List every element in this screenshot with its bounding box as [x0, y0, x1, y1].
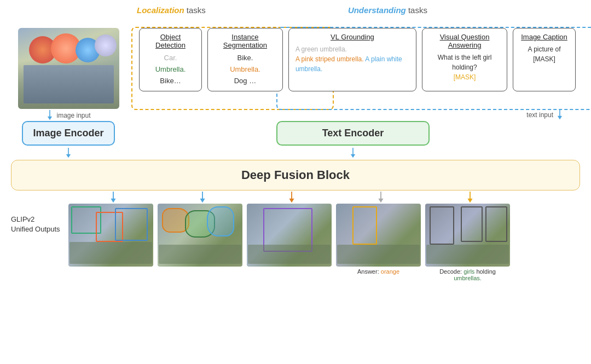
svg-marker-7 [351, 154, 355, 158]
svg-marker-13 [289, 199, 294, 203]
visual-qa-content: What is the left girl holding? [MASK] [429, 53, 500, 82]
image-caption-content: A picture of [MASK] [520, 44, 569, 64]
output-image-1 [68, 204, 153, 281]
svg-marker-9 [111, 199, 115, 203]
svg-marker-5 [66, 154, 71, 158]
localization-label: Localization tasks [137, 5, 206, 15]
vl-grounding-box: VL Grounding A green umbrella. A pink st… [288, 28, 416, 91]
vl-grounding-content: A green umbrella. A pink striped umbrell… [296, 44, 409, 74]
object-detection-box: Object Detection Car. Umbrella. Bike… [139, 28, 202, 91]
main-container: Localization tasks Understanding tasks [0, 0, 591, 364]
image-input-label: image input [56, 112, 90, 119]
output-image-4: Answer: orange [336, 204, 421, 281]
visual-qa-box: Visual Question Answering What is the le… [422, 28, 507, 91]
svg-marker-17 [467, 199, 472, 203]
vl-grounding-title: VL Grounding [296, 33, 409, 41]
instance-segmentation-box: Instance Segmentation Bike. Umbrella. Do… [207, 28, 283, 91]
text-input-arrow [556, 109, 564, 120]
object-detection-content: Car. Umbrella. Bike… [146, 53, 195, 86]
outputs-label: GLIPv2 Unified Outputs [11, 204, 68, 234]
source-image [18, 28, 119, 109]
svg-marker-15 [378, 199, 383, 203]
svg-marker-3 [558, 116, 562, 120]
text-input-label: text input [526, 111, 553, 119]
output-answer-caption: Answer: orange [357, 268, 399, 275]
visual-qa-title: Visual Question Answering [429, 33, 500, 49]
understanding-label: Understanding tasks [348, 5, 427, 15]
text-encoder-down-arrow [349, 148, 357, 159]
svg-marker-1 [48, 117, 52, 120]
image-caption-title: Image Caption [520, 33, 569, 41]
image-encoder-down-arrow [65, 148, 72, 159]
fusion-block: Deep Fusion Block [11, 160, 580, 190]
output-image-2 [158, 204, 242, 281]
output-arrow-2 [199, 192, 206, 204]
image-caption-box: Image Caption A picture of [MASK] [513, 28, 576, 91]
instance-segmentation-content: Bike. Umbrella. Dog … [215, 53, 276, 86]
output-image-5: Decode: girls holding umbrellas. [425, 204, 510, 281]
text-encoder: Text Encoder [276, 121, 430, 146]
output-arrow-1 [109, 192, 117, 204]
svg-marker-11 [200, 199, 205, 203]
output-image-3 [247, 204, 332, 281]
output-arrow-5 [466, 192, 474, 204]
instance-segmentation-title: Instance Segmentation [215, 33, 276, 49]
image-input-arrow [46, 110, 54, 121]
object-detection-title: Object Detection [146, 33, 195, 49]
output-decode-caption: Decode: girls holding umbrellas. [425, 268, 510, 281]
image-encoder: Image Encoder [22, 121, 114, 146]
output-arrow-4 [377, 192, 385, 204]
output-arrow-3 [288, 192, 296, 204]
